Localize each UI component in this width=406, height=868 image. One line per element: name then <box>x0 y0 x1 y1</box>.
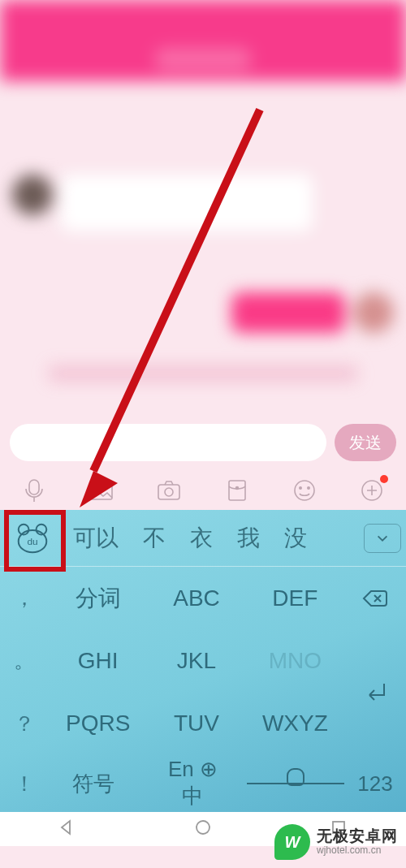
key-tuv[interactable]: TUV <box>147 693 245 755</box>
svg-point-4 <box>165 488 173 496</box>
more-icon[interactable] <box>358 477 386 504</box>
message-bubble <box>231 292 345 333</box>
watermark-text: 无极安卓网 wjhotel.com.cn <box>317 827 398 857</box>
key-def[interactable]: DEF <box>246 567 344 629</box>
backspace-key[interactable] <box>344 567 406 629</box>
svg-point-9 <box>308 487 309 489</box>
key-jkl[interactable]: JKL <box>147 629 245 692</box>
candidate-word[interactable]: 我 <box>237 523 260 554</box>
message-input[interactable] <box>10 424 326 461</box>
enter-key[interactable] <box>344 629 406 755</box>
svg-rect-1 <box>91 482 112 499</box>
chat-toolbar <box>0 471 406 510</box>
candidate-word[interactable]: 没 <box>284 523 307 554</box>
keyboard-grid: ， 分词 ABC DEF 。 GHI JKL MNO ？ PQRS TUV WX… <box>0 567 406 755</box>
chat-area <box>0 81 406 418</box>
voice-icon[interactable] <box>20 477 48 504</box>
emoji-icon[interactable] <box>291 477 318 504</box>
candidate-word[interactable]: 不 <box>143 523 166 554</box>
notification-dot-icon <box>380 475 388 483</box>
mic-icon <box>247 783 344 784</box>
key-wxyz[interactable]: WXYZ <box>246 693 344 755</box>
camera-icon[interactable] <box>155 477 183 504</box>
key-abc[interactable]: ABC <box>147 567 245 629</box>
red-packet-icon[interactable] <box>223 477 251 504</box>
nav-back-button[interactable] <box>58 818 76 840</box>
key-fenci[interactable]: 分词 <box>49 567 147 629</box>
punct-key-exclaim[interactable]: ！ <box>0 755 49 812</box>
avatar <box>12 175 53 215</box>
key-pqrs[interactable]: PQRS <box>49 693 147 755</box>
lang-indicator-main: 中 <box>182 782 203 810</box>
status-bar <box>0 0 406 37</box>
message-bubble <box>61 175 313 231</box>
svg-rect-0 <box>29 480 39 494</box>
lang-indicator-top: En ⊕ <box>168 757 218 782</box>
gallery-icon[interactable] <box>88 477 115 504</box>
send-button[interactable]: 发送 <box>335 424 396 461</box>
punct-key-comma[interactable]: ， <box>0 567 49 629</box>
svg-point-6 <box>235 487 238 490</box>
punct-key-period[interactable]: 。 <box>0 629 49 692</box>
watermark-logo-icon: W <box>274 824 310 860</box>
watermark-title: 无极安卓网 <box>317 827 398 845</box>
candidate-strip: 可以 不 衣 我 没 <box>65 523 364 554</box>
svg-rect-5 <box>229 481 245 500</box>
candidate-word[interactable]: 衣 <box>190 523 213 554</box>
input-row: 发送 <box>0 418 406 467</box>
svg-point-17 <box>197 821 209 834</box>
expand-candidates-button[interactable] <box>364 524 401 553</box>
svg-point-8 <box>300 487 301 489</box>
svg-point-2 <box>95 486 100 490</box>
nav-home-button[interactable] <box>194 818 212 840</box>
svg-rect-3 <box>158 485 179 499</box>
chat-header <box>0 37 406 81</box>
language-key[interactable]: En ⊕ 中 <box>139 755 247 812</box>
avatar <box>353 292 394 333</box>
number-key[interactable]: 123 <box>344 755 406 812</box>
screen: 发送 du <box>0 0 406 868</box>
candidate-word[interactable]: 可以 <box>73 523 119 554</box>
punct-key-question[interactable]: ？ <box>0 693 49 755</box>
incoming-message <box>12 175 313 231</box>
watermark-url: wjhotel.com.cn <box>317 845 398 857</box>
outgoing-message <box>231 292 394 333</box>
key-mno[interactable]: MNO <box>246 629 344 692</box>
annotation-highlight-box <box>4 510 66 572</box>
key-ghi[interactable]: GHI <box>49 629 147 692</box>
watermark: W 无极安卓网 wjhotel.com.cn <box>274 824 398 860</box>
system-message <box>49 365 357 382</box>
voice-input-key[interactable] <box>247 755 344 812</box>
svg-point-7 <box>295 481 314 500</box>
symbol-key[interactable]: 符号 <box>49 755 139 812</box>
keyboard-bottom-row: ！ 符号 En ⊕ 中 123 <box>0 755 406 812</box>
